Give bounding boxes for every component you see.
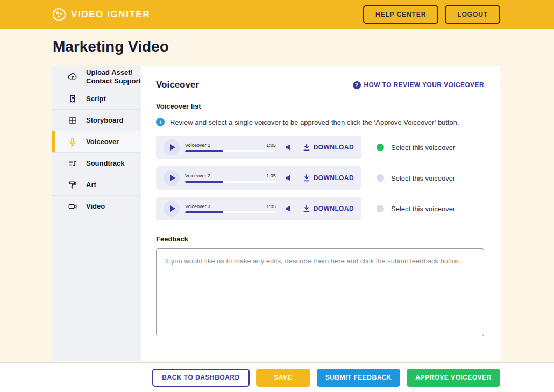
how-to-review-link[interactable]: ? HOW TO REVIEW YOUR VOICEOVER (353, 81, 484, 89)
sidebar-item-soundtrack[interactable]: Soundtrack (52, 153, 141, 174)
volume-icon[interactable] (285, 204, 293, 213)
sidebar-item-video[interactable]: Video (52, 196, 141, 217)
play-button[interactable] (164, 201, 180, 217)
sidebar-item-upload-asset[interactable]: Upload Asset/ Contact Support (52, 66, 141, 88)
sidebar-item-label: Soundtrack (86, 159, 125, 167)
select-voiceover-radio[interactable] (377, 205, 384, 212)
sidebar-item-label: Storyboard (86, 116, 123, 124)
feedback-textarea[interactable] (156, 248, 484, 336)
voiceover-list-title: Voiceover list (156, 102, 484, 110)
progress-fill (185, 181, 223, 183)
download-icon (303, 144, 310, 151)
download-button-label: DOWNLOAD (314, 144, 354, 151)
sidebar-item-voiceover[interactable]: Voiceover (52, 131, 141, 153)
approve-voiceover-button[interactable]: APPROVE VOICEOVER (407, 369, 500, 387)
progress-fill (185, 211, 223, 213)
sidebar: Upload Asset/ Contact Support Script Sto… (52, 66, 141, 361)
player-row: Voiceover 1 1:05 D (156, 136, 484, 159)
brand-name: VIDEO IGNITER (71, 9, 150, 20)
header-buttons: HELP CENTER LOGOUT (363, 5, 500, 24)
download-button-label: DOWNLOAD (314, 205, 354, 212)
sidebar-item-label: Upload Asset/ Contact Support (86, 68, 141, 85)
download-button-label: DOWNLOAD (314, 174, 354, 182)
select-option: Select this voiceover (377, 144, 455, 152)
voiceover-heading: Voiceover (156, 80, 199, 90)
volume-icon[interactable] (285, 174, 293, 182)
save-button[interactable]: SAVE (256, 369, 310, 387)
info-text: Review and select a single voicover to b… (170, 118, 459, 126)
info-icon: i (156, 118, 165, 126)
feedback-label: Feedback (156, 235, 484, 243)
audio-player-card: Voiceover 2 1:05 D (156, 166, 361, 190)
footer-action-bar: BACK TO DASHBOARD SAVE SUBMIT FEEDBACK A… (0, 362, 554, 392)
info-row: i Review and select a single voicover to… (156, 118, 484, 126)
page-title: Marketing Video (53, 38, 169, 55)
submit-feedback-button[interactable]: SUBMIT FEEDBACK (317, 369, 401, 387)
audio-player-card: Voiceover 3 1:05 D (156, 197, 361, 220)
volume-icon[interactable] (285, 143, 293, 152)
select-voiceover-label[interactable]: Select this voiceover (391, 205, 455, 213)
play-icon (170, 175, 175, 181)
question-circle-icon: ? (353, 81, 361, 89)
sidebar-item-script[interactable]: Script (52, 88, 141, 110)
video-camera-icon (67, 201, 78, 212)
progress-bar[interactable] (185, 150, 276, 152)
how-to-review-link-label: HOW TO REVIEW YOUR VOICEOVER (364, 81, 484, 89)
play-button[interactable] (164, 139, 180, 155)
track-label: Voiceover 2 (185, 173, 210, 179)
select-option: Select this voiceover (377, 174, 455, 182)
player-row: Voiceover 3 1:05 D (156, 197, 484, 220)
play-button[interactable] (164, 170, 180, 186)
select-voiceover-label[interactable]: Select this voiceover (391, 144, 455, 152)
download-icon (303, 205, 310, 212)
main-panel: Voiceover ? HOW TO REVIEW YOUR VOICEOVER… (141, 66, 500, 361)
progress-bar[interactable] (185, 181, 276, 183)
soundtrack-music-icon (67, 158, 78, 169)
sidebar-item-art[interactable]: Art (52, 174, 141, 196)
play-icon (170, 144, 175, 151)
logout-button[interactable]: LOGOUT (445, 5, 500, 24)
microphone-icon (67, 137, 78, 147)
sidebar-item-label: Video (86, 202, 105, 210)
download-button[interactable]: DOWNLOAD (303, 205, 354, 212)
sidebar-item-label: Art (86, 181, 96, 189)
brand-logo-icon (52, 8, 66, 22)
play-icon (170, 205, 175, 212)
track-time: 1:05 (266, 204, 276, 209)
download-button[interactable]: DOWNLOAD (303, 174, 354, 182)
storyboard-grid-icon (67, 115, 78, 126)
content-layout: Upload Asset/ Contact Support Script Sto… (52, 66, 500, 361)
download-icon (303, 174, 310, 182)
track-time: 1:05 (266, 142, 276, 148)
sidebar-item-label: Voiceover (86, 138, 119, 146)
select-voiceover-label[interactable]: Select this voiceover (391, 174, 455, 182)
audio-player-card: Voiceover 1 1:05 D (156, 136, 361, 159)
paint-roller-icon (67, 180, 78, 190)
upload-cloud-icon (67, 72, 78, 82)
select-voiceover-radio[interactable] (377, 174, 384, 182)
progress-bar[interactable] (185, 211, 276, 213)
sidebar-item-storyboard[interactable]: Storyboard (52, 110, 141, 131)
player-row: Voiceover 2 1:05 D (156, 166, 484, 190)
download-button[interactable]: DOWNLOAD (303, 144, 354, 151)
track-label: Voiceover 3 (185, 204, 210, 209)
brand-logo[interactable]: VIDEO IGNITER (52, 8, 150, 22)
track-label: Voiceover 1 (185, 142, 210, 148)
help-center-button[interactable]: HELP CENTER (363, 5, 438, 24)
select-option: Select this voiceover (377, 205, 455, 213)
sidebar-item-label: Script (86, 95, 106, 103)
voiceover-players: Voiceover 1 1:05 D (156, 136, 484, 220)
app-header: VIDEO IGNITER HELP CENTER LOGOUT (0, 0, 554, 29)
track-time: 1:05 (266, 173, 276, 179)
script-document-icon (67, 94, 78, 104)
progress-fill (185, 150, 223, 152)
select-voiceover-radio[interactable] (377, 144, 384, 151)
back-to-dashboard-button[interactable]: BACK TO DASHBOARD (152, 369, 249, 387)
